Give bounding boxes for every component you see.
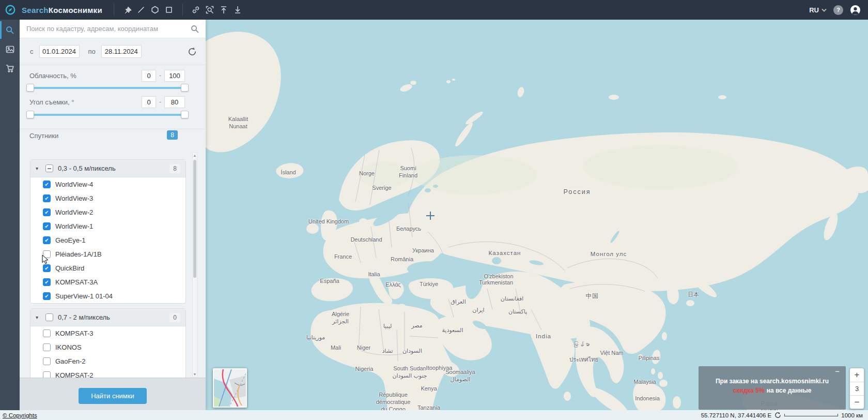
search-input[interactable] — [26, 25, 190, 33]
logo-compass-icon[interactable] — [5, 4, 16, 16]
status-bar: © Copyrights 55.727110 N, 37.441406 E 10… — [0, 410, 868, 420]
checkbox-icon[interactable] — [43, 357, 51, 365]
link-icon[interactable] — [189, 3, 203, 17]
search-icon — [5, 25, 15, 35]
search-area-icon[interactable] — [203, 3, 217, 17]
help-icon[interactable]: ? — [833, 5, 843, 15]
checkbox-icon[interactable] — [43, 208, 51, 216]
checkbox-icon[interactable] — [43, 278, 51, 286]
satellite-item[interactable]: WorldView-2 — [30, 205, 185, 219]
angle-min-input[interactable] — [142, 96, 156, 108]
rectangle-tool-icon[interactable] — [162, 3, 176, 17]
satellites-count-badge: 8 — [167, 130, 178, 140]
cloudiness-max-input[interactable] — [164, 70, 185, 82]
checkbox-icon[interactable] — [43, 250, 51, 258]
rail-search-tab[interactable] — [0, 21, 20, 39]
images-icon — [5, 44, 15, 54]
download-icon[interactable] — [231, 3, 245, 17]
polygon-tool-icon[interactable] — [148, 3, 162, 17]
checkbox-icon[interactable] — [43, 236, 51, 244]
scroll-up-icon[interactable]: ▲ — [193, 154, 197, 157]
magnifier-icon[interactable] — [190, 24, 199, 34]
scrollbar-thumb[interactable] — [193, 160, 196, 278]
checkbox-icon[interactable] — [43, 194, 51, 202]
group-checkbox-icon[interactable] — [45, 164, 53, 172]
date-from-input[interactable] — [39, 45, 80, 58]
angle-max-input[interactable] — [164, 96, 185, 108]
scroll-down-icon[interactable]: ▼ — [193, 372, 197, 376]
satellite-item[interactable]: GeoEye-1 — [30, 233, 185, 247]
satellite-item[interactable]: QuickBird — [30, 261, 185, 275]
toolbar-divider — [182, 4, 183, 16]
upload-icon[interactable] — [217, 3, 231, 17]
caret-down-icon[interactable]: ▾ — [36, 314, 41, 320]
zoom-in-button[interactable]: + — [850, 368, 864, 382]
find-images-button[interactable]: Найти снимки — [79, 388, 147, 404]
satellite-item[interactable]: KOMPSAT-2 — [30, 368, 185, 378]
satellite-item[interactable]: WorldView-4 — [30, 177, 185, 191]
slider-handle[interactable] — [181, 84, 189, 92]
satellite-group-header[interactable]: ▾0,3 - 0,5 м/пиксель8 — [30, 160, 185, 177]
zoom-level: 3 — [850, 382, 864, 395]
basemap — [206, 20, 868, 410]
checkbox-icon[interactable] — [43, 181, 51, 188]
satellite-name: GeoEye-1 — [55, 236, 86, 244]
satellite-group-header[interactable]: ▾0,7 - 2 м/пиксель0 — [30, 309, 185, 326]
copyrights-link[interactable]: © Copyrights — [3, 412, 37, 418]
promo-notification: − При заказе на search.kosmosnimki.ru ск… — [699, 366, 846, 410]
cart-icon — [5, 64, 15, 73]
satellite-item[interactable]: KOMPSAT-3A — [30, 275, 185, 289]
map-center-crosshair — [426, 212, 435, 220]
minimap[interactable] — [213, 368, 247, 408]
list-scrollbar[interactable]: ▲ ▼ — [192, 152, 197, 378]
group-label: 0,7 - 2 м/пиксель — [58, 313, 110, 321]
rail-images-tab[interactable] — [0, 40, 20, 58]
satellite-item[interactable]: WorldView-1 — [30, 219, 185, 233]
filters-block: Облачность, % - Угол съемки, ° - — [20, 65, 206, 129]
reset-icon[interactable] — [187, 47, 197, 57]
group-checkbox-icon[interactable] — [45, 313, 53, 321]
satellite-item[interactable]: WorldView-3 — [30, 191, 185, 205]
checkbox-icon[interactable] — [43, 371, 51, 378]
user-icon[interactable] — [850, 5, 861, 16]
caret-down-icon[interactable]: ▾ — [36, 166, 41, 171]
satellite-item[interactable]: KOMPSAT-3 — [30, 326, 185, 340]
satellite-name: KOMPSAT-3 — [55, 329, 93, 337]
satellite-group: ▾0,7 - 2 м/пиксель0KOMPSAT-3IKONOSGaoFen… — [30, 308, 186, 378]
slider-handle[interactable] — [26, 111, 34, 118]
chevron-down-icon — [822, 8, 827, 12]
toolbar-divider — [114, 4, 114, 16]
satellite-item[interactable]: SuperView-1 01-04 — [30, 289, 185, 303]
cloudiness-slider[interactable] — [30, 87, 185, 89]
satellite-item[interactable]: IKONOS — [30, 340, 185, 354]
satellite-name: Pléiades-1A/1B — [55, 250, 102, 258]
checkbox-icon[interactable] — [43, 292, 51, 300]
checkbox-icon[interactable] — [43, 329, 51, 337]
satellite-item[interactable]: GaoFen-2 — [30, 354, 185, 368]
angle-slider[interactable] — [30, 114, 185, 116]
projection-icon[interactable] — [774, 412, 781, 418]
panel-footer: Найти снимки — [20, 378, 206, 410]
line-tool-icon[interactable] — [134, 3, 148, 17]
angle-label: Угол съемки, ° — [29, 98, 74, 106]
zoom-out-button[interactable]: − — [850, 395, 864, 409]
slider-handle[interactable] — [26, 84, 34, 92]
checkbox-icon[interactable] — [43, 222, 51, 230]
slider-handle[interactable] — [181, 111, 189, 118]
promo-line1: При заказе на search.kosmosnimki.ru — [699, 378, 846, 385]
rail-cart-tab[interactable] — [0, 59, 20, 77]
language-selector[interactable]: RU — [809, 6, 827, 14]
satellite-name: IKONOS — [55, 343, 82, 351]
checkbox-icon[interactable] — [43, 264, 51, 272]
date-range-row: с по — [20, 38, 206, 65]
promo-line2: скидка 5%на все данные — [699, 387, 846, 394]
satellite-name: KOMPSAT-3A — [55, 278, 98, 286]
minimize-icon[interactable]: − — [835, 367, 840, 375]
date-to-input[interactable] — [101, 45, 142, 58]
map-canvas[interactable]: Kalaallit NunaatÍslandNorgeSuomi Finland… — [206, 20, 868, 410]
satellite-item[interactable]: Pléiades-1A/1B — [30, 247, 185, 261]
cloudiness-min-input[interactable] — [142, 70, 156, 82]
checkbox-icon[interactable] — [43, 343, 51, 351]
pushpin-icon[interactable] — [120, 3, 134, 17]
group-count-badge: 8 — [169, 164, 180, 173]
